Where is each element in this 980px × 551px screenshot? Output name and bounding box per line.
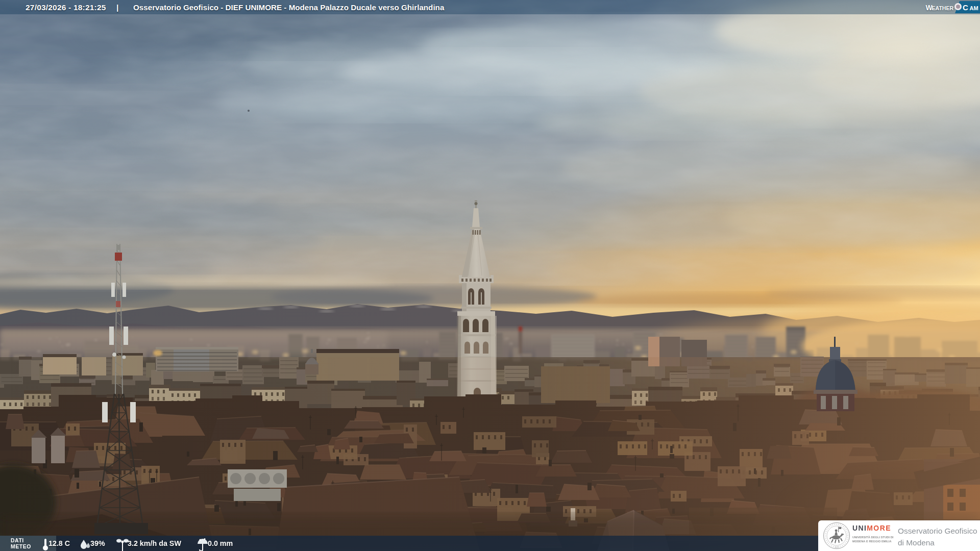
svg-text:1175: 1175	[835, 546, 838, 548]
